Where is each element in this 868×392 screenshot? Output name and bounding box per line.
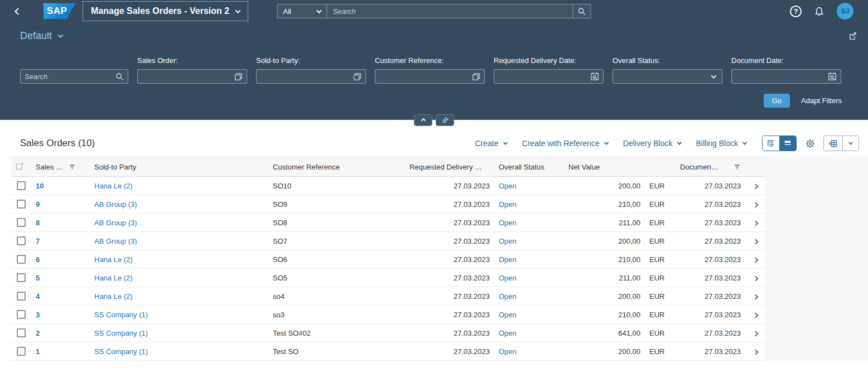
sold-to-party-input[interactable]: [256, 69, 366, 84]
row-checkbox[interactable]: [17, 255, 26, 264]
sold-to-party-link[interactable]: Hana Le (2): [94, 182, 133, 190]
sales-order-input[interactable]: [137, 69, 247, 84]
sales-order-link[interactable]: 8: [36, 219, 40, 227]
row-checkbox[interactable]: [17, 236, 26, 245]
sold-to-party-link[interactable]: AB Group (3): [94, 219, 137, 227]
sold-to-party-link[interactable]: SS Company (1): [94, 311, 148, 319]
requested-delivery-date-input[interactable]: [494, 69, 604, 84]
collapse-header-button[interactable]: [414, 114, 432, 126]
list-view-button[interactable]: [763, 136, 779, 151]
table-row[interactable]: 3 SS Company (1) so3 27.03.2023 Open 210…: [11, 306, 765, 324]
chevron-right-icon[interactable]: [753, 349, 758, 355]
sales-order-link[interactable]: 5: [36, 274, 40, 282]
column-header-sold-to-party[interactable]: Sold-to Party: [90, 157, 268, 177]
create-with-reference-button[interactable]: Create with Reference: [522, 139, 608, 148]
document-date-input[interactable]: [731, 69, 841, 84]
export-button[interactable]: [824, 136, 843, 151]
avatar[interactable]: SJ: [837, 3, 853, 20]
overall-status-link[interactable]: Open: [499, 347, 517, 356]
export-menu-button[interactable]: [843, 136, 859, 151]
chevron-right-icon[interactable]: [753, 312, 758, 318]
filter-search-input[interactable]: [25, 72, 115, 81]
sales-order-link[interactable]: 9: [36, 200, 40, 209]
row-checkbox[interactable]: [17, 273, 26, 282]
sales-order-link[interactable]: 4: [36, 292, 40, 301]
row-checkbox[interactable]: [17, 292, 26, 301]
shell-search-input[interactable]: [327, 4, 573, 18]
table-row[interactable]: 5 Hana Le (2) SO5 27.03.2023 Open 211,00…: [11, 269, 765, 287]
sales-order-link[interactable]: 6: [36, 255, 40, 264]
row-checkbox[interactable]: [17, 347, 26, 356]
overall-status-link[interactable]: Open: [499, 292, 517, 301]
table-row[interactable]: 2 SS Company (1) Test SO#02 27.03.2023 O…: [11, 324, 765, 342]
search-scope-select[interactable]: All: [278, 4, 327, 18]
column-header-requested-delivery[interactable]: Requested Delivery …: [405, 157, 494, 177]
date-picker-icon[interactable]: [590, 72, 599, 81]
chevron-right-icon[interactable]: [753, 239, 758, 244]
overall-status-link[interactable]: Open: [499, 182, 517, 190]
value-help-icon[interactable]: [353, 72, 361, 81]
variant-selector[interactable]: Default: [20, 30, 62, 42]
table-view-button[interactable]: [779, 136, 796, 151]
adapt-filters-button[interactable]: Adapt Filters: [799, 94, 844, 108]
table-row[interactable]: 10 Hana Le (2) SO10 27.03.2023 Open 200,…: [11, 177, 765, 195]
sold-to-party-link[interactable]: AB Group (3): [94, 237, 137, 245]
sap-logo[interactable]: SAP: [44, 3, 75, 19]
column-header-customer-reference[interactable]: Customer Reference: [268, 157, 405, 177]
overall-status-link[interactable]: Open: [499, 200, 517, 209]
sales-order-link[interactable]: 1: [36, 347, 40, 356]
overall-status-link[interactable]: Open: [499, 329, 517, 337]
sold-to-party-link[interactable]: SS Company (1): [94, 347, 148, 356]
table-row[interactable]: 4 Hana Le (2) so4 27.03.2023 Open 200,00…: [11, 287, 765, 306]
column-header-net-value[interactable]: Net Value: [564, 157, 676, 177]
overall-status-link[interactable]: Open: [499, 219, 517, 227]
column-header-overall-status[interactable]: Overall Status: [494, 157, 564, 177]
share-button[interactable]: [848, 31, 857, 41]
row-checkbox[interactable]: [17, 218, 26, 227]
table-row[interactable]: 6 Hana Le (2) SO6 27.03.2023 Open 210,00…: [11, 250, 765, 269]
overall-status-link[interactable]: Open: [499, 311, 517, 319]
sold-to-party-link[interactable]: SS Company (1): [94, 329, 148, 337]
create-button[interactable]: Create: [475, 139, 507, 148]
chevron-right-icon[interactable]: [753, 294, 758, 299]
table-settings-button[interactable]: [805, 138, 816, 149]
overall-status-link[interactable]: Open: [499, 237, 517, 245]
sold-to-party-link[interactable]: Hana Le (2): [94, 274, 133, 282]
sales-order-link[interactable]: 10: [36, 182, 44, 190]
pin-header-button[interactable]: [436, 114, 454, 126]
value-help-icon[interactable]: [472, 72, 480, 81]
app-title-menu[interactable]: Manage Sales Orders - Version 2: [83, 1, 248, 21]
deselect-all-button[interactable]: [16, 162, 24, 170]
table-row[interactable]: 9 AB Group (3) SO9 27.03.2023 Open 210,0…: [11, 195, 765, 214]
value-help-icon[interactable]: [234, 72, 243, 81]
delivery-block-button[interactable]: Delivery Block: [623, 139, 681, 148]
sales-order-link[interactable]: 3: [36, 311, 40, 319]
customer-reference-input[interactable]: [375, 69, 485, 84]
chevron-right-icon[interactable]: [753, 220, 758, 226]
chevron-right-icon[interactable]: [753, 257, 758, 263]
row-checkbox[interactable]: [17, 310, 26, 319]
column-header-sales-order[interactable]: Sales …: [31, 157, 90, 177]
chevron-right-icon[interactable]: [753, 183, 758, 189]
overall-status-link[interactable]: Open: [499, 255, 517, 264]
row-checkbox[interactable]: [17, 200, 26, 209]
chevron-right-icon[interactable]: [753, 331, 758, 336]
row-checkbox[interactable]: [17, 181, 26, 190]
billing-block-button[interactable]: Billing Block: [696, 139, 746, 148]
sold-to-party-link[interactable]: AB Group (3): [94, 200, 137, 209]
sold-to-party-link[interactable]: Hana Le (2): [94, 255, 133, 264]
shell-search-button[interactable]: [573, 4, 591, 18]
go-button[interactable]: Go: [764, 94, 790, 108]
sold-to-party-link[interactable]: Hana Le (2): [94, 292, 133, 301]
chevron-right-icon[interactable]: [753, 202, 758, 207]
overall-status-select[interactable]: [613, 69, 722, 84]
chevron-right-icon[interactable]: [753, 275, 758, 281]
notifications-button[interactable]: [814, 6, 824, 17]
column-header-document-date[interactable]: Documen…: [676, 157, 745, 177]
search-icon[interactable]: [115, 72, 124, 81]
help-button[interactable]: ?: [790, 6, 802, 17]
table-row[interactable]: 1 SS Company (1) Test SO 27.03.2023 Open…: [11, 342, 765, 361]
overall-status-link[interactable]: Open: [499, 274, 517, 282]
back-button[interactable]: [7, 0, 29, 22]
row-checkbox[interactable]: [17, 328, 26, 337]
